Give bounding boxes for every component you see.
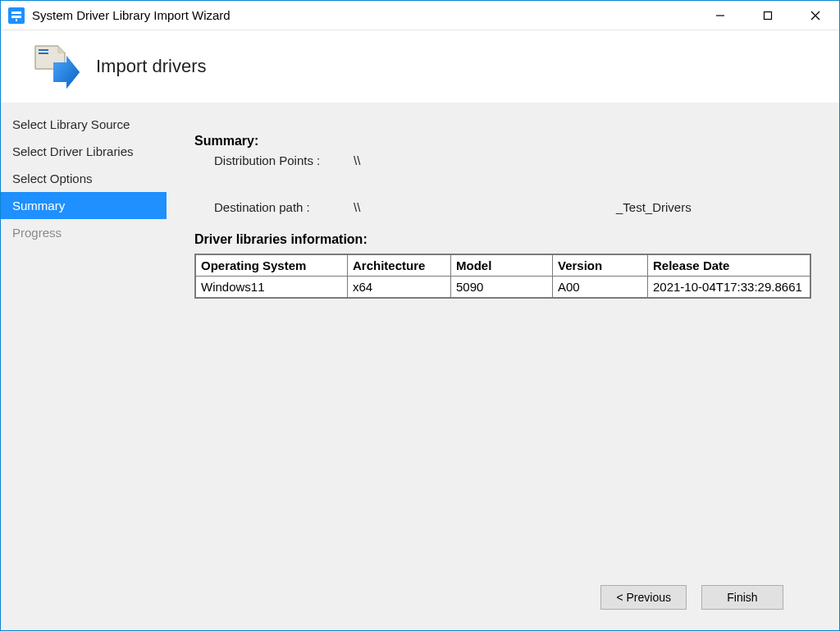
destination-path-row: Destination path : \\ _Test_Drivers (194, 200, 811, 214)
col-os[interactable]: Operating System (196, 255, 348, 277)
svg-rect-1 (11, 11, 21, 14)
content-pane: Summary: Distribution Points : \\ Destin… (167, 103, 839, 630)
previous-button[interactable]: < Previous (600, 585, 687, 610)
cell-architecture: x64 (348, 277, 451, 298)
wizard-header: Import drivers (1, 30, 839, 103)
window-controls (696, 1, 839, 30)
sidebar-item-progress: Progress (1, 219, 167, 246)
driver-libraries-table: Operating System Architecture Model Vers… (195, 254, 810, 298)
svg-rect-2 (11, 16, 21, 18)
titlebar: System Driver Library Import Wizard (1, 1, 839, 30)
col-version[interactable]: Version (553, 255, 648, 277)
sidebar-item-select-options[interactable]: Select Options (1, 165, 167, 192)
sidebar-item-select-library-source[interactable]: Select Library Source (1, 111, 167, 138)
col-release-date[interactable]: Release Date (648, 255, 810, 277)
destination-path-label: Destination path : (214, 200, 354, 214)
wizard-window: System Driver Library Import Wizard (0, 0, 840, 631)
destination-path-value-2: _Test_Drivers (616, 200, 692, 214)
destination-path-value-1: \\ (354, 200, 452, 214)
import-drivers-icon (24, 38, 81, 95)
col-model[interactable]: Model (451, 255, 553, 277)
table-header-row: Operating System Architecture Model Vers… (196, 255, 810, 277)
window-title: System Driver Library Import Wizard (32, 8, 696, 22)
cell-version: A00 (553, 277, 648, 298)
minimize-button[interactable] (696, 1, 744, 30)
col-architecture[interactable]: Architecture (348, 255, 451, 277)
svg-rect-5 (765, 11, 772, 19)
distribution-points-row: Distribution Points : \\ (194, 153, 811, 167)
sidebar-item-summary[interactable]: Summary (1, 192, 167, 219)
cell-release-date: 2021-10-04T17:33:29.8661 (648, 277, 810, 298)
cell-os: Windows11 (196, 277, 348, 298)
cell-model: 5090 (451, 277, 553, 298)
distribution-points-value: \\ (354, 153, 452, 167)
table-row[interactable]: Windows11 x64 5090 A00 2021-10-04T17:33:… (196, 277, 810, 298)
distribution-points-label: Distribution Points : (214, 153, 354, 167)
app-icon (7, 7, 25, 25)
page-title: Import drivers (96, 56, 206, 77)
maximize-button[interactable] (744, 1, 792, 30)
wizard-footer: < Previous Finish (194, 573, 811, 622)
close-button[interactable] (792, 1, 839, 30)
summary-heading: Summary: (194, 134, 811, 149)
svg-rect-11 (39, 49, 48, 51)
svg-rect-12 (39, 53, 48, 54)
wizard-body: Select Library Source Select Driver Libr… (1, 103, 839, 630)
driver-libraries-heading: Driver libraries information: (194, 232, 811, 247)
finish-button[interactable]: Finish (701, 585, 783, 610)
svg-rect-3 (16, 19, 17, 21)
sidebar: Select Library Source Select Driver Libr… (1, 103, 167, 630)
driver-libraries-table-wrap: Operating System Architecture Model Vers… (194, 254, 811, 299)
sidebar-item-select-driver-libraries[interactable]: Select Driver Libraries (1, 138, 167, 165)
